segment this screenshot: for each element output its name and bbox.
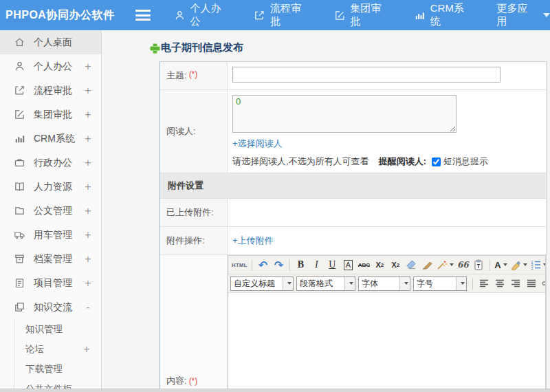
nav-crm[interactable]: CRM系统 bbox=[414, 2, 473, 28]
html-source-button[interactable]: HTML bbox=[230, 257, 249, 272]
caret-down-icon bbox=[349, 282, 353, 285]
upload-attachment-link[interactable]: +上传附件 bbox=[232, 235, 274, 247]
menu-toggle-icon[interactable] bbox=[135, 10, 151, 21]
brush-icon bbox=[421, 259, 432, 270]
expand-toggle[interactable]: + bbox=[83, 205, 93, 217]
editor-content-area[interactable] bbox=[228, 293, 545, 392]
align-right-button[interactable] bbox=[507, 276, 523, 291]
link-icon bbox=[542, 278, 546, 289]
expand-toggle[interactable]: + bbox=[82, 343, 91, 356]
clipboard-paste-icon bbox=[473, 259, 484, 270]
required-mark: (*) bbox=[189, 69, 198, 79]
expand-toggle[interactable]: + bbox=[83, 253, 93, 265]
subject-row: 主题: (*) bbox=[160, 62, 546, 90]
required-mark: (*) bbox=[189, 376, 198, 386]
caret-down-icon bbox=[404, 282, 408, 285]
format-painter-button[interactable] bbox=[419, 257, 435, 272]
font-family-select[interactable]: 字体 bbox=[358, 276, 410, 291]
align-center-icon bbox=[494, 278, 505, 289]
heading-select[interactable]: 自定义标题 bbox=[230, 276, 294, 291]
subscript-button[interactable]: X2 bbox=[388, 257, 404, 272]
subject-input[interactable] bbox=[232, 67, 500, 83]
caret-down-icon bbox=[461, 282, 465, 285]
highlight-color-button[interactable] bbox=[509, 257, 529, 272]
sidebar-item-archive-mgmt[interactable]: 档案管理 + bbox=[0, 247, 101, 271]
redo-button[interactable]: ↷ bbox=[271, 257, 287, 272]
sidebar-item-project-mgmt[interactable]: 项目管理 + bbox=[0, 271, 101, 295]
readers-hint: 请选择阅读人,不选为所有人可查看 bbox=[232, 155, 369, 168]
horizontal-scrollbar[interactable] bbox=[0, 389, 550, 392]
sidebar-item-knowledge-mgmt[interactable]: 知识管理 bbox=[14, 319, 101, 339]
align-left-button[interactable] bbox=[476, 276, 492, 291]
strikethrough-button[interactable]: ABC bbox=[356, 257, 372, 272]
nav-personal-office[interactable]: 个人办公 bbox=[174, 2, 230, 28]
rich-text-editor: HTML ↶ ↷ B I U A ABC X2 X2 bbox=[228, 255, 546, 392]
expand-toggle[interactable]: + bbox=[83, 277, 93, 290]
nav-workflow-approval[interactable]: 流程审批 bbox=[254, 2, 310, 28]
sidebar-item-personal-office[interactable]: 个人办公 + bbox=[0, 54, 101, 78]
sidebar-item-group-approval[interactable]: 集团审批 + bbox=[0, 102, 101, 127]
main-content: 电子期刊信息发布 主题: (*) 阅读人: 0 +选择阅读人 请选择阅读人,不选… bbox=[102, 30, 550, 392]
bold-button[interactable]: B bbox=[293, 257, 309, 272]
person-icon bbox=[14, 61, 25, 72]
autoformat-button[interactable] bbox=[435, 257, 455, 272]
caret-down-icon bbox=[543, 263, 545, 266]
align-center-button[interactable] bbox=[492, 276, 507, 291]
underline-button[interactable]: U bbox=[324, 257, 340, 272]
undo-button[interactable]: ↶ bbox=[255, 257, 271, 272]
expand-toggle[interactable]: + bbox=[83, 61, 93, 73]
collapse-toggle[interactable]: - bbox=[83, 301, 93, 314]
sidebar-item-forum[interactable]: 论坛 + bbox=[14, 339, 101, 359]
justify-button[interactable] bbox=[523, 276, 539, 291]
sidebar-item-workflow-approval[interactable]: 流程审批 + bbox=[0, 78, 101, 102]
sidebar-item-personal-desktop[interactable]: 个人桌面 bbox=[0, 30, 101, 54]
layers-icon bbox=[14, 301, 25, 313]
font-size-select[interactable]: 字号 bbox=[413, 276, 467, 291]
sidebar-item-download-mgmt[interactable]: 下载管理 bbox=[14, 359, 101, 379]
caret-down-icon bbox=[450, 263, 454, 266]
paste-plain-text-button[interactable] bbox=[471, 257, 487, 272]
ordered-list-button[interactable] bbox=[529, 257, 545, 272]
eraser-icon bbox=[406, 259, 417, 270]
remove-format-button[interactable] bbox=[404, 257, 419, 272]
ordered-list-icon bbox=[530, 259, 541, 270]
sidebar-item-admin-office[interactable]: 行政办公 + bbox=[0, 151, 101, 175]
person-icon bbox=[174, 10, 186, 21]
sidebar-item-document-mgmt[interactable]: 公文管理 + bbox=[0, 199, 101, 223]
sidebar-item-hr[interactable]: 人力资源 + bbox=[0, 175, 101, 199]
align-right-icon bbox=[510, 278, 521, 289]
insert-link-button[interactable] bbox=[539, 276, 545, 291]
expand-toggle[interactable]: + bbox=[83, 157, 93, 169]
paragraph-format-select[interactable]: 段落格式 bbox=[296, 276, 355, 291]
expand-toggle[interactable]: + bbox=[83, 109, 93, 121]
readers-textarea[interactable]: 0 bbox=[232, 95, 456, 133]
expand-toggle[interactable]: + bbox=[83, 229, 93, 241]
sms-remind-checkbox[interactable] bbox=[432, 157, 441, 166]
caret-down-icon bbox=[523, 263, 527, 266]
justify-icon bbox=[526, 278, 537, 289]
expand-toggle[interactable]: + bbox=[83, 181, 93, 193]
superscript-button[interactable]: X2 bbox=[372, 257, 388, 272]
sidebar-item-knowledge-exchange[interactable]: 知识交流 - bbox=[0, 295, 101, 319]
bar-chart-icon bbox=[14, 133, 25, 144]
font-style-button[interactable]: A bbox=[340, 257, 356, 272]
select-readers-link[interactable]: +选择阅读人 bbox=[232, 138, 283, 150]
sidebar-item-crm[interactable]: CRM系统 + bbox=[0, 127, 101, 151]
expand-toggle[interactable]: + bbox=[83, 85, 93, 97]
archive-icon bbox=[14, 253, 25, 265]
editor-toolbar-row1: HTML ↶ ↷ B I U A ABC X2 X2 bbox=[228, 256, 545, 274]
briefcase-icon bbox=[14, 157, 25, 168]
nav-more-apps[interactable]: 更多应用 bbox=[497, 2, 550, 28]
edit-square-icon bbox=[14, 109, 25, 120]
font-color-button[interactable]: A bbox=[493, 257, 509, 272]
top-navigation: 个人办公 流程审批 集团审批 CRM系统 更多应用 bbox=[174, 2, 550, 28]
publish-form: 主题: (*) 阅读人: 0 +选择阅读人 请选择阅读人,不选为所有人可查看 提… bbox=[160, 61, 547, 392]
expand-toggle[interactable]: + bbox=[83, 133, 93, 145]
uploaded-attachments-value bbox=[228, 199, 546, 226]
flow-icon bbox=[14, 85, 25, 96]
italic-button[interactable]: I bbox=[309, 257, 324, 272]
blockquote-button[interactable]: 66 bbox=[455, 257, 471, 272]
sidebar-item-vehicle-mgmt[interactable]: 用车管理 + bbox=[0, 223, 101, 247]
home-icon bbox=[14, 36, 25, 48]
nav-group-approval[interactable]: 集团审批 bbox=[334, 2, 390, 28]
